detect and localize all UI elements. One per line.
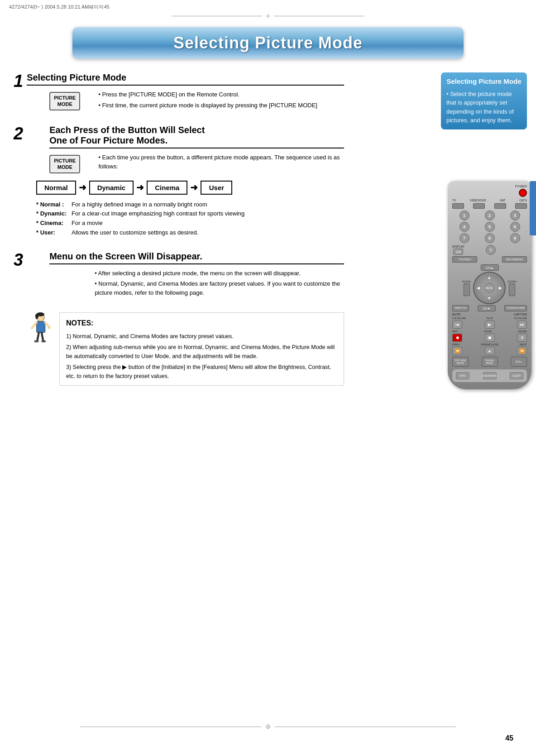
- notes-item-2: 2) When adjusting sub-menus while you ar…: [66, 343, 337, 361]
- btn-5[interactable]: 5: [485, 222, 495, 232]
- section-2-bullets: Each time you press the button, a differ…: [98, 153, 344, 172]
- open-close-button[interactable]: ▲: [485, 347, 495, 355]
- mtr-button[interactable]: MTR: [456, 372, 469, 379]
- right-sidebar: Selecting Picture Mode • Select the pict…: [441, 72, 527, 139]
- btn-8[interactable]: 8: [485, 233, 495, 243]
- person-figure: [27, 312, 52, 345]
- add-erase-button[interactable]: ADD/ERASE: [483, 372, 497, 379]
- zoom-plus-btn[interactable]: [509, 283, 515, 296]
- ch-down-button[interactable]: CH▼: [478, 305, 496, 311]
- source-btn-sat[interactable]: [494, 203, 506, 209]
- svg-line-4: [32, 323, 37, 328]
- menu-button[interactable]: MENU: [484, 283, 494, 293]
- btn-4[interactable]: 4: [459, 222, 469, 232]
- section-1-bullets: Press the [PICTURE MODE] on the Remote C…: [98, 90, 317, 111]
- mode-cinema: Cinema: [147, 181, 187, 195]
- svg-point-9: [34, 340, 39, 343]
- screen-size-button[interactable]: SCREEN SIZE: [504, 305, 527, 311]
- page-number: 45: [505, 734, 513, 742]
- btn-1[interactable]: 1: [459, 211, 469, 220]
- play-button[interactable]: ▶: [485, 321, 495, 329]
- main-content: 1 Selecting Picture Mode PICTURE MODE Pr…: [14, 72, 344, 386]
- mode-desc-row-4: * User: Allows the user to customize set…: [36, 228, 344, 238]
- sidebar-info-box: Selecting Picture Mode • Select the pict…: [441, 72, 527, 129]
- mode-descriptions: * Normal : For a highly defined image in…: [36, 200, 344, 238]
- list-item: Each time you press the button, a differ…: [98, 153, 344, 171]
- top-crosshair: [172, 14, 364, 18]
- btn-100[interactable]: 100: [453, 249, 463, 255]
- power-label: POWER: [452, 185, 527, 188]
- svg-point-6: [48, 326, 51, 329]
- playback-icons-row: ⏮ ▶ ⏭: [452, 321, 527, 329]
- arrow-3: ➜: [190, 182, 198, 193]
- svg-rect-3: [37, 321, 45, 333]
- svg-line-8: [42, 333, 43, 341]
- mode-user: User: [201, 181, 232, 195]
- section-2-title: Each Press of the Button Will Select One…: [49, 125, 344, 148]
- zoom-minus-btn[interactable]: [464, 283, 470, 296]
- multimedia-button[interactable]: MULTIMEDIA: [502, 256, 527, 263]
- section-3-bullets: After selecting a desired picture mode, …: [95, 269, 344, 297]
- section-2-number: 2: [14, 125, 23, 142]
- btn-0[interactable]: 0: [486, 245, 496, 255]
- mode-desc-row-2: * Dynamic: For a clear-cut image emphasi…: [36, 209, 344, 219]
- title-banner: Selecting Picture Mode: [72, 27, 464, 59]
- ch-up-button[interactable]: CH▲: [481, 264, 499, 271]
- arrow-2: ➜: [136, 182, 144, 193]
- btn-6[interactable]: 6: [510, 222, 520, 232]
- notes-section: NOTES: 1) Normal, Dynamic, and Cinema Mo…: [27, 312, 344, 386]
- notes-item-1: 1) Normal, Dynamic, and Cinema Modes are…: [66, 332, 337, 341]
- section-2: 2 Each Press of the Button Will Select O…: [14, 125, 344, 238]
- source-btn-catv[interactable]: [515, 203, 527, 209]
- dpad-right[interactable]: ▶: [499, 286, 502, 290]
- picture-mode-button-2: PICTURE MODE: [49, 155, 80, 173]
- section-3-number: 3: [14, 251, 23, 268]
- list-item: After selecting a desired picture mode, …: [95, 269, 344, 278]
- source-btn-tv[interactable]: [452, 203, 464, 209]
- dpad-down[interactable]: ▼: [487, 296, 491, 301]
- rewind-button[interactable]: ⏮: [452, 321, 462, 329]
- notes-item-3: 3) Selecting press the ▶ button of the […: [66, 363, 337, 381]
- section-1-title: Selecting Picture Mode: [27, 72, 344, 86]
- picture-mode-func-btn[interactable]: PICTUREMODE: [452, 357, 469, 367]
- sleep-button[interactable]: SLEEP: [510, 372, 523, 379]
- still-func-btn[interactable]: STILL: [511, 357, 527, 367]
- btn-9[interactable]: 9: [510, 233, 520, 243]
- display-row: DISPLAY 100 0: [452, 245, 527, 255]
- rec-stop-pause-row: ⏺ ⏹ ⏸: [452, 334, 527, 342]
- stop-button[interactable]: ⏹: [485, 334, 495, 342]
- caption-label: CAPTION: [514, 313, 527, 316]
- blue-tab: [530, 181, 536, 235]
- sidebar-info-title: Selecting Picture Mode: [446, 77, 522, 86]
- dpad-up[interactable]: ▲: [487, 275, 491, 280]
- tv-video-button[interactable]: TV/VIDEO: [452, 256, 477, 263]
- notes-box: NOTES: 1) Normal, Dynamic, and Cinema Mo…: [59, 312, 344, 386]
- prev-ch-button[interactable]: PREV CH: [452, 305, 469, 311]
- remote-image: POWER TV VIDEO/DVD SAT CATV 1 2 3 4 5 6: [448, 181, 531, 389]
- picture-mode-button-1: PICTURE MODE: [49, 92, 80, 110]
- source-btn-dvd[interactable]: [473, 203, 485, 209]
- dpad-left[interactable]: ◀: [477, 286, 480, 290]
- pause-button[interactable]: ⏸: [517, 334, 527, 342]
- svg-point-2: [35, 314, 38, 319]
- svg-line-7: [37, 333, 39, 341]
- notes-title: NOTES:: [66, 317, 337, 329]
- number-grid: 1 2 3 4 5 6 7 8 9: [452, 211, 527, 243]
- sound-mode-func-btn[interactable]: SOUNDMODE: [482, 357, 498, 367]
- list-item: First time, the current picture mode is …: [98, 101, 317, 110]
- section-1: 1 Selecting Picture Mode PICTURE MODE Pr…: [14, 72, 344, 111]
- rec-button[interactable]: ⏺: [452, 334, 462, 342]
- prev-button[interactable]: ⏪: [452, 347, 462, 355]
- mode-dynamic: Dynamic: [89, 181, 134, 195]
- remote-control: POWER TV VIDEO/DVD SAT CATV 1 2 3 4 5 6: [448, 181, 531, 389]
- btn-7[interactable]: 7: [459, 233, 469, 243]
- next-button[interactable]: ⏩: [517, 347, 527, 355]
- func-buttons-row: PICTUREMODE SOUNDMODE STILL: [452, 357, 527, 367]
- section-1-number: 1: [14, 72, 23, 90]
- dpad-circle: ▲ ▼ ◀ ▶ MENU: [473, 272, 506, 304]
- btn-3[interactable]: 3: [510, 211, 520, 220]
- power-button[interactable]: [519, 189, 527, 197]
- fastforward-button[interactable]: ⏭: [517, 321, 527, 329]
- source-buttons-row: [452, 203, 527, 209]
- btn-2[interactable]: 2: [485, 211, 495, 220]
